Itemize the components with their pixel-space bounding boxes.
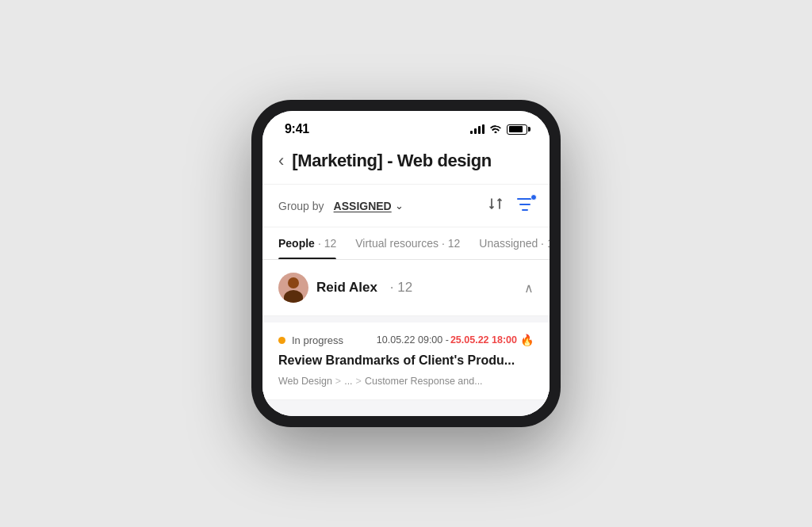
path-sep2: > bbox=[356, 376, 362, 387]
fire-icon: 🔥 bbox=[520, 334, 534, 346]
path-part1: Web Design bbox=[278, 376, 332, 387]
date-end: 25.05.22 18:00 bbox=[450, 334, 517, 346]
status-time: 9:41 bbox=[285, 122, 309, 136]
group-by-prefix: Group by bbox=[278, 200, 324, 212]
collapse-button[interactable]: ∧ bbox=[524, 281, 534, 296]
date-range: 10.05.22 09:00 - 25.05.22 18:00 🔥 bbox=[377, 334, 534, 346]
path-part3: Customer Response and... bbox=[365, 376, 483, 387]
back-button[interactable]: ‹ bbox=[278, 151, 284, 171]
tab-people[interactable]: People· 12 bbox=[278, 227, 336, 259]
status-dot bbox=[278, 337, 285, 344]
task-meta: In progress 10.05.22 09:00 - 25.05.22 18… bbox=[278, 334, 534, 346]
person-info: Reid Alex · 12 bbox=[278, 273, 412, 303]
status-icons bbox=[470, 124, 527, 136]
bottom-safe-area bbox=[262, 400, 550, 416]
tab-people-label: People bbox=[278, 237, 315, 250]
chevron-down-icon: ⌄ bbox=[395, 200, 404, 212]
path-sep1: > bbox=[335, 376, 341, 387]
tab-unassigned[interactable]: Unassigned · 12 bbox=[479, 227, 550, 259]
sort-icon[interactable] bbox=[488, 196, 504, 216]
person-group-header: Reid Alex · 12 ∧ bbox=[262, 260, 550, 316]
content-area: Reid Alex · 12 ∧ In progress 10.05.22 09… bbox=[262, 260, 550, 416]
task-title: Review Brandmarks of Client's Produ... bbox=[278, 353, 534, 369]
person-name: Reid Alex bbox=[316, 280, 377, 296]
tab-virtual-resources-label: Virtual resources · 12 bbox=[355, 237, 460, 250]
filter-badge bbox=[530, 194, 537, 200]
person-group-count: · 12 bbox=[390, 280, 412, 296]
header: ‹ [Marketing] - Web design bbox=[262, 143, 550, 185]
task-path: Web Design > ... > Customer Response and… bbox=[278, 376, 534, 387]
status-label: In progress bbox=[292, 334, 343, 346]
toolbar-actions bbox=[488, 196, 534, 216]
tabs-bar: People· 12 Virtual resources · 12 Unassi… bbox=[262, 227, 550, 260]
page-title: [Marketing] - Web design bbox=[292, 151, 492, 171]
battery-icon bbox=[507, 124, 527, 135]
tab-virtual-resources[interactable]: Virtual resources · 12 bbox=[355, 227, 460, 259]
wifi-icon bbox=[489, 124, 502, 136]
task-card[interactable]: In progress 10.05.22 09:00 - 25.05.22 18… bbox=[262, 323, 550, 400]
phone-shell: 9:41 ‹ [Market bbox=[251, 100, 561, 427]
avatar bbox=[278, 273, 308, 303]
phone-screen: 9:41 ‹ [Market bbox=[262, 111, 550, 416]
group-by-selector[interactable]: Group by ASSIGNED ⌄ bbox=[278, 200, 404, 212]
tab-people-count: · 12 bbox=[318, 237, 336, 250]
tab-unassigned-label: Unassigned · 12 bbox=[479, 237, 550, 250]
path-part2: ... bbox=[344, 376, 352, 387]
signal-icon bbox=[470, 124, 485, 134]
group-by-value: ASSIGNED bbox=[334, 200, 392, 212]
date-start: 10.05.22 09:00 - bbox=[377, 334, 449, 346]
filter-button[interactable] bbox=[516, 197, 534, 215]
status-bar: 9:41 bbox=[262, 111, 550, 143]
toolbar: Group by ASSIGNED ⌄ bbox=[262, 185, 550, 227]
